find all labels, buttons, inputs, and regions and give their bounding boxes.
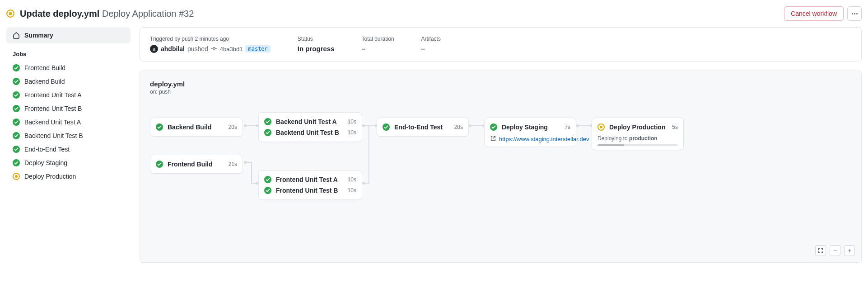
sidebar-summary[interactable]: Summary bbox=[6, 27, 131, 43]
kebab-menu-button[interactable] bbox=[847, 6, 862, 21]
zoom-in-button[interactable]: + bbox=[844, 245, 855, 256]
connector-line bbox=[579, 125, 590, 126]
page-title: Update deploy.yml Deploy Application #32 bbox=[20, 9, 194, 19]
zoom-out-button[interactable]: − bbox=[830, 245, 840, 256]
sidebar-job-item[interactable]: Backend Build bbox=[6, 75, 131, 88]
cancel-workflow-button[interactable]: Cancel workflow bbox=[784, 6, 844, 21]
node-name: Frontend Unit Test B bbox=[276, 187, 338, 194]
check-icon bbox=[264, 129, 271, 136]
node-time: 10s bbox=[348, 129, 356, 136]
node-time: 5s bbox=[672, 124, 678, 130]
sidebar: Summary Jobs Frontend BuildBackend Build… bbox=[6, 27, 131, 263]
sidebar-job-item[interactable]: Deploy Production bbox=[6, 170, 131, 183]
commit-icon bbox=[211, 45, 217, 53]
node-time: 20s bbox=[229, 124, 237, 130]
artifacts-value: – bbox=[421, 45, 441, 52]
workflow-file: deploy.yml bbox=[150, 80, 851, 88]
job-label: Frontend Build bbox=[24, 64, 65, 71]
job-label: Backend Unit Test A bbox=[24, 119, 81, 126]
check-icon bbox=[490, 123, 497, 131]
check-icon bbox=[13, 132, 20, 139]
node-e2e[interactable]: End-to-End Test 20s bbox=[377, 118, 469, 137]
node-time: 10s bbox=[348, 176, 356, 183]
sidebar-job-item[interactable]: Backend Unit Test A bbox=[6, 115, 131, 129]
pending-icon bbox=[13, 173, 20, 180]
actor-name[interactable]: ahdbilal bbox=[161, 45, 185, 52]
artifacts-label: Artifacts bbox=[421, 36, 441, 42]
node-production[interactable]: Deploy Production 5s Deploying to produc… bbox=[592, 118, 684, 150]
check-icon bbox=[264, 187, 271, 194]
node-name: Frontend Build bbox=[168, 161, 213, 168]
check-icon bbox=[383, 123, 390, 131]
svg-point-11 bbox=[15, 175, 18, 178]
node-time: 20s bbox=[454, 124, 463, 130]
node-time: 21s bbox=[229, 161, 237, 167]
job-label: Frontend Unit Test A bbox=[24, 91, 82, 99]
connector-line bbox=[365, 183, 369, 184]
commit-sha[interactable]: 4ba3bd1 bbox=[220, 46, 243, 52]
avatar: a bbox=[150, 45, 158, 53]
node-name: Backend Build bbox=[168, 123, 211, 131]
external-link-icon bbox=[490, 135, 496, 143]
node-name: Deploy Staging bbox=[502, 123, 548, 131]
node-time: 10s bbox=[348, 187, 356, 194]
check-icon bbox=[13, 91, 20, 99]
node-name: Deploy Production bbox=[609, 123, 665, 131]
staging-url-link[interactable]: https://www.staging.interstellar.dev bbox=[499, 136, 589, 142]
duration-value: – bbox=[362, 45, 394, 52]
node-name: End-to-End Test bbox=[394, 123, 443, 131]
check-icon bbox=[13, 105, 20, 112]
svg-point-1 bbox=[9, 12, 12, 15]
job-label: Deploy Production bbox=[24, 173, 76, 180]
node-group-frontend-tests[interactable]: Frontend Unit Test A 10s Frontend Unit T… bbox=[258, 170, 362, 200]
sidebar-job-item[interactable]: Frontend Unit Test B bbox=[6, 102, 131, 115]
workflow-on: on: push bbox=[150, 89, 851, 95]
node-name: Frontend Unit Test A bbox=[276, 176, 338, 183]
sidebar-job-item[interactable]: Frontend Unit Test A bbox=[6, 88, 131, 102]
node-frontend-build[interactable]: Frontend Build 21s bbox=[150, 155, 243, 174]
svg-point-12 bbox=[213, 47, 215, 49]
progress-bar bbox=[597, 144, 678, 146]
sidebar-job-item[interactable]: Frontend Build bbox=[6, 61, 131, 75]
check-icon bbox=[156, 161, 163, 168]
pending-icon bbox=[6, 9, 14, 18]
check-icon bbox=[13, 159, 20, 166]
check-icon bbox=[156, 123, 163, 131]
sidebar-job-item[interactable]: End-to-End Test bbox=[6, 142, 131, 156]
pushed-text: pushed bbox=[187, 45, 208, 52]
connector-line bbox=[369, 125, 369, 184]
duration-label: Total duration bbox=[362, 36, 394, 42]
connector-line bbox=[471, 125, 482, 126]
job-label: Backend Build bbox=[24, 78, 65, 85]
status-value: In progress bbox=[298, 45, 335, 52]
branch-label[interactable]: master bbox=[245, 45, 270, 52]
node-backend-build[interactable]: Backend Build 20s bbox=[150, 118, 243, 137]
node-group-backend-tests[interactable]: Backend Unit Test A 10s Backtend Unit Te… bbox=[258, 112, 362, 142]
status-label: Status bbox=[298, 36, 335, 42]
connector-line bbox=[247, 125, 256, 126]
sidebar-job-item[interactable]: Deploy Staging bbox=[6, 156, 131, 170]
svg-point-24 bbox=[600, 126, 602, 128]
node-time: 7s bbox=[565, 124, 570, 130]
jobs-header: Jobs bbox=[6, 43, 131, 61]
node-staging[interactable]: Deploy Staging 7s https://www.staging.in… bbox=[484, 118, 576, 147]
run-metadata: Triggered by push 2 minutes ago a ahdbil… bbox=[140, 27, 862, 62]
job-label: Frontend Unit Test B bbox=[24, 105, 82, 112]
deploying-text: Deploying to production bbox=[597, 135, 678, 142]
summary-label: Summary bbox=[24, 32, 53, 39]
node-time: 10s bbox=[348, 119, 356, 125]
check-icon bbox=[13, 146, 20, 153]
connector-line bbox=[251, 162, 252, 184]
check-icon bbox=[264, 176, 271, 183]
check-icon bbox=[13, 64, 20, 71]
fullscreen-button[interactable] bbox=[815, 245, 826, 256]
check-icon bbox=[13, 119, 20, 126]
kebab-icon bbox=[852, 13, 858, 14]
trigger-label: Triggered by push 2 minutes ago bbox=[150, 36, 271, 42]
job-label: Deploy Staging bbox=[24, 159, 67, 166]
pending-icon bbox=[597, 123, 605, 131]
check-icon bbox=[264, 118, 271, 125]
job-label: End-to-End Test bbox=[24, 146, 70, 153]
sidebar-job-item[interactable]: Backtend Unit Test B bbox=[6, 129, 131, 142]
home-icon bbox=[13, 32, 20, 39]
